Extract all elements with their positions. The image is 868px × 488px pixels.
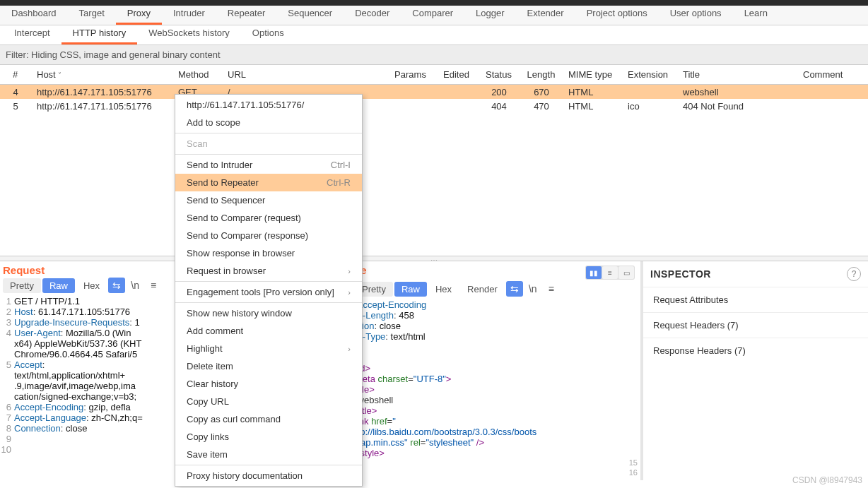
main-tab-comparer[interactable]: Comparer (401, 4, 464, 25)
column-header-method[interactable]: Method (172, 65, 222, 84)
hamburger-icon[interactable]: ≡ (543, 281, 560, 297)
main-tab-user-options[interactable]: User options (659, 4, 733, 25)
ctx-copy-links[interactable]: Copy links (175, 428, 362, 446)
sub-tab-http-history[interactable]: HTTP history (61, 23, 138, 44)
cell: 4 (0, 85, 31, 99)
inspector-row[interactable]: Request Attributes (643, 287, 868, 312)
sub-tab-options[interactable]: Options (241, 23, 295, 44)
filter-bar[interactable]: Filter: Hiding CSS, image and general bi… (0, 45, 868, 65)
main-tab-proxy[interactable]: Proxy (116, 4, 162, 25)
sub-tab-intercept[interactable]: Intercept (3, 23, 61, 44)
ctx-copy-as-curl-command[interactable]: Copy as curl command (175, 410, 362, 428)
cell: 5 (0, 100, 31, 113)
cell: 200 (478, 85, 520, 99)
response-content[interactable]: Accept-Encodingnt-Length: 458ction: clos… (352, 298, 640, 480)
inspector-row[interactable]: Response Headers (7) (643, 338, 868, 363)
main-tab-bar: DashboardTargetProxyIntruderRepeaterSequ… (0, 6, 868, 25)
inspector-title: INSPECTOR (650, 268, 711, 280)
main-tab-intruder[interactable]: Intruder (162, 4, 216, 25)
view-tab-pretty[interactable]: Pretty (3, 278, 41, 293)
lower-pane: Request PrettyRawHex⇆\n≡ 12345678910 GET… (0, 261, 868, 480)
panel-layout-toggle[interactable]: ▮▮ ≡ ▭ (585, 266, 635, 280)
ctx-request-in-browser[interactable]: Request in browser› (175, 262, 362, 280)
help-icon[interactable]: ? (847, 267, 861, 281)
view-tab-hex[interactable]: Hex (428, 282, 459, 297)
column-header-host[interactable]: Host (31, 65, 172, 84)
cell (386, 105, 435, 107)
ctx-proxy-history-documentation[interactable]: Proxy history documentation (175, 467, 362, 484)
main-tab-repeater[interactable]: Repeater (216, 4, 276, 25)
column-header-length[interactable]: Length (520, 65, 563, 84)
cell (622, 90, 677, 93)
cell: 404 Not Found (677, 100, 797, 113)
ctx-engagement-tools-pro-version-only-[interactable]: Engagement tools [Pro version only]› (175, 283, 362, 301)
ctx-add-to-scope[interactable]: Add to scope (175, 114, 362, 131)
view-tab-hex[interactable]: Hex (76, 278, 107, 293)
watermark: CSDN @l8947943 (792, 475, 862, 485)
newline-icon[interactable]: \n (524, 281, 541, 297)
ctx-send-to-comparer-response-[interactable]: Send to Comparer (response) (175, 227, 362, 244)
ctx-scan: Scan (175, 135, 362, 153)
ctx-send-to-repeater[interactable]: Send to RepeaterCtrl-R (175, 174, 362, 191)
column-header-params[interactable]: Params (386, 65, 435, 84)
table-row[interactable]: 4http://61.147.171.105:51776GET/200670HT… (0, 85, 868, 99)
ctx-send-to-sequencer[interactable]: Send to Sequencer (175, 191, 362, 209)
column-header-extension[interactable]: Extension (622, 65, 677, 84)
ctx-send-to-comparer-request-[interactable]: Send to Comparer (request) (175, 209, 362, 227)
column-header-comment[interactable]: Comment (797, 65, 868, 84)
main-tab-dashboard[interactable]: Dashboard (0, 4, 68, 25)
view-tab-raw[interactable]: Raw (42, 278, 75, 293)
column-header-url[interactable]: URL (222, 65, 386, 84)
filter-label: Filter: Hiding CSS, image and general bi… (6, 49, 221, 60)
response-panel: se ▮▮ ≡ ▭ PrettyRawHexRender⇆\n≡ Accept-… (352, 261, 642, 480)
main-tab-project-options[interactable]: Project options (575, 4, 659, 25)
column-header-mime-type[interactable]: MIME type (563, 65, 622, 84)
layout-columns-icon[interactable]: ▮▮ (586, 266, 602, 279)
actions-icon[interactable]: ⇆ (506, 281, 523, 297)
newline-icon[interactable]: \n (127, 278, 143, 293)
ctx-highlight[interactable]: Highlight› (175, 340, 362, 357)
sub-tab-websockets-history[interactable]: WebSockets history (137, 23, 241, 44)
horizontal-splitter[interactable] (0, 256, 868, 261)
layout-rows-icon[interactable]: ≡ (602, 266, 618, 279)
cell (797, 90, 868, 93)
cell: http://61.147.171.105:51776 (31, 85, 172, 99)
cell: 670 (520, 85, 563, 99)
context-menu[interactable]: http://61.147.171.105:51776/Add to scope… (175, 94, 363, 487)
view-tab-render[interactable]: Render (460, 282, 505, 297)
hamburger-icon[interactable]: ≡ (145, 278, 162, 293)
cell: 404 (478, 100, 520, 113)
column-header-edited[interactable]: Edited (435, 65, 478, 84)
cell (386, 90, 435, 93)
view-tab-raw[interactable]: Raw (394, 282, 427, 297)
main-tab-extender[interactable]: Extender (516, 4, 575, 25)
column-header--[interactable]: # (0, 65, 31, 84)
column-header-title[interactable]: Title (677, 65, 797, 84)
ctx-send-to-intruder[interactable]: Send to IntruderCtrl-I (175, 156, 362, 174)
ctx-delete-item[interactable]: Delete item (175, 357, 362, 375)
ctx-add-comment[interactable]: Add comment (175, 322, 362, 340)
cell: http://61.147.171.105:51776 (31, 100, 172, 113)
ctx-show-new-history-window[interactable]: Show new history window (175, 304, 362, 322)
cell (797, 105, 868, 107)
cell: HTML (563, 100, 622, 113)
ctx-clear-history[interactable]: Clear history (175, 375, 362, 393)
response-end-gutter: 1516 (616, 458, 638, 477)
ctx-http-[interactable]: http://61.147.171.105:51776/ (175, 96, 362, 114)
main-tab-target[interactable]: Target (68, 4, 116, 25)
main-tab-logger[interactable]: Logger (464, 4, 515, 25)
main-tab-learn[interactable]: Learn (733, 4, 779, 25)
cell (435, 105, 478, 107)
ctx-copy-url[interactable]: Copy URL (175, 393, 362, 410)
main-tab-decoder[interactable]: Decoder (344, 4, 401, 25)
column-header-status[interactable]: Status (478, 65, 520, 84)
main-tab-sequencer[interactable]: Sequencer (276, 4, 344, 25)
table-row[interactable]: 5http://61.147.171.105:51776404470HTMLic… (0, 99, 868, 113)
proxy-sub-tab-bar: InterceptHTTP historyWebSockets historyO… (0, 25, 868, 45)
ctx-show-response-in-browser[interactable]: Show response in browser (175, 244, 362, 262)
actions-icon[interactable]: ⇆ (108, 278, 125, 293)
inspector-row[interactable]: Request Headers (7) (643, 312, 868, 338)
ctx-save-item[interactable]: Save item (175, 446, 362, 463)
table-header-row: #HostMethodURLParamsEditedStatusLengthMI… (0, 65, 868, 85)
layout-single-icon[interactable]: ▭ (618, 266, 634, 279)
